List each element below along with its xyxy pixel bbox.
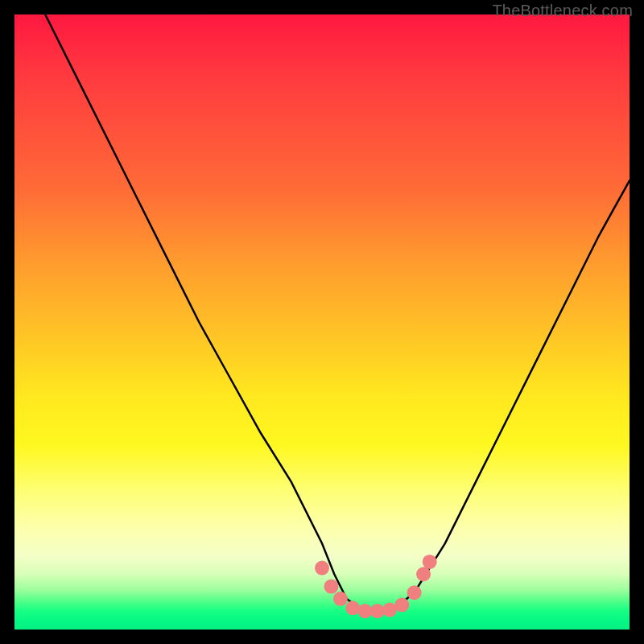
trough-marker-2 (333, 592, 348, 606)
attribution-label: TheBottleneck.com (492, 2, 633, 20)
trough-marker-8 (407, 585, 422, 600)
bottleneck-curve (45, 14, 630, 611)
trough-marker-3 (345, 601, 360, 615)
plot-area (14, 14, 630, 630)
trough-marker-9 (416, 567, 431, 581)
trough-marker-7 (394, 597, 409, 612)
trough-marker-10 (423, 555, 437, 569)
bottleneck-curve-svg (14, 14, 630, 630)
chart-frame: TheBottleneck.com (0, 0, 644, 644)
trough-marker-1 (324, 580, 338, 594)
trough-marker-5 (370, 604, 385, 618)
trough-marker-0 (315, 561, 329, 576)
